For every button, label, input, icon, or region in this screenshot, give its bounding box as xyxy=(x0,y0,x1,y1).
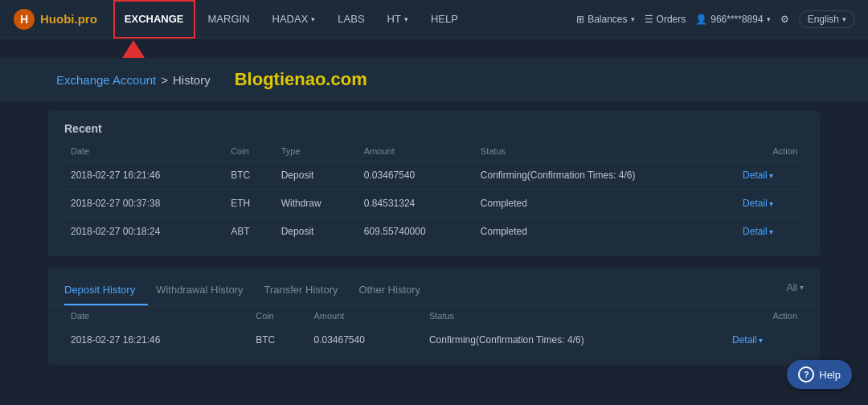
row1-action: Detail xyxy=(736,162,804,190)
col-amount: Amount xyxy=(358,141,474,162)
breadcrumb-current: History xyxy=(173,73,211,87)
arrow-annotation xyxy=(0,40,868,58)
breadcrumb-link[interactable]: Exchange Account xyxy=(56,73,156,87)
h-col-date: Date xyxy=(64,306,249,326)
nav-items: EXCHANGE MARGIN HADAX ▾ LABS HT ▾ HELP xyxy=(113,0,576,39)
row2-detail-link[interactable]: Detail xyxy=(743,198,797,209)
language-arrow: ▾ xyxy=(842,15,846,23)
h-row1-amount: 0.03467540 xyxy=(307,326,422,354)
all-filter-btn[interactable]: All xyxy=(787,282,804,301)
orders-btn[interactable]: ☰ Orders xyxy=(645,14,686,25)
row2-coin: ETH xyxy=(224,190,275,218)
nav-exchange[interactable]: EXCHANGE xyxy=(113,0,195,39)
row1-date: 2018-02-27 16:21:46 xyxy=(64,162,224,190)
row1-detail-link[interactable]: Detail xyxy=(743,170,797,181)
row3-date: 2018-02-27 00:18:24 xyxy=(64,218,224,246)
tab-transfer-history[interactable]: Transfer History xyxy=(264,277,351,305)
balances-icon: ⊞ xyxy=(576,14,584,25)
table-row: 2018-02-27 16:21:46 BTC 0.03467540 Confi… xyxy=(64,326,804,354)
balances-btn[interactable]: ⊞ Balances ▾ xyxy=(576,14,634,25)
row2-date: 2018-02-27 00:37:38 xyxy=(64,190,224,218)
tab-other-history[interactable]: Other History xyxy=(358,277,433,305)
recent-table-header-row: Date Coin Type Amount Status Action xyxy=(64,141,804,162)
help-button[interactable]: ? Help xyxy=(787,360,852,389)
row3-action: Detail xyxy=(736,218,804,246)
logo[interactable]: H Huobi.pro xyxy=(13,8,97,31)
row1-amount: 0.03467540 xyxy=(358,162,474,190)
row2-status: Completed xyxy=(474,190,736,218)
user-btn[interactable]: 👤 966****8894 ▾ xyxy=(695,14,770,25)
nav-help[interactable]: HELP xyxy=(421,0,468,39)
main-content: Recent Date Coin Type Amount Status Acti… xyxy=(0,101,868,374)
row1-coin: BTC xyxy=(224,162,275,190)
help-icon: ? xyxy=(798,366,814,382)
h-col-status: Status xyxy=(423,306,726,326)
svg-text:H: H xyxy=(20,13,28,26)
watermark-text: Blogtienao.com xyxy=(235,69,367,90)
nav-right: ⊞ Balances ▾ ☰ Orders 👤 966****8894 ▾ ⚙ … xyxy=(576,10,855,28)
h-row1-coin: BTC xyxy=(249,326,307,354)
settings-btn[interactable]: ⚙ xyxy=(780,14,789,25)
col-coin: Coin xyxy=(224,141,275,162)
breadcrumb-separator: > xyxy=(161,73,168,87)
navbar: H Huobi.pro EXCHANGE MARGIN HADAX ▾ LABS… xyxy=(0,0,868,39)
user-arrow: ▾ xyxy=(767,15,771,23)
recent-section: Recent Date Coin Type Amount Status Acti… xyxy=(48,111,820,256)
arrow-up-icon xyxy=(122,40,145,58)
row3-amount: 609.55740000 xyxy=(358,218,474,246)
history-table: Date Coin Amount Status Action 2018-02-2… xyxy=(64,306,804,354)
h-row1-status: Confirming(Confirmation Times: 4/6) xyxy=(423,326,726,354)
breadcrumb-area: Exchange Account > History Blogtienao.co… xyxy=(0,58,868,101)
h-row1-detail-link[interactable]: Detail xyxy=(732,334,797,346)
row3-status: Completed xyxy=(474,218,736,246)
row3-type: Deposit xyxy=(275,218,358,246)
row2-amount: 0.84531324 xyxy=(358,190,474,218)
table-row: 2018-02-27 00:37:38 ETH Withdraw 0.84531… xyxy=(64,190,804,218)
recent-table-container: Date Coin Type Amount Status Action 2018… xyxy=(48,141,820,256)
language-label: English xyxy=(808,14,839,25)
col-action: Action xyxy=(736,141,804,162)
h-col-coin: Coin xyxy=(249,306,307,326)
history-tabs: Deposit History Withdrawal History Trans… xyxy=(48,268,820,306)
orders-icon: ☰ xyxy=(645,14,653,25)
row3-detail-link[interactable]: Detail xyxy=(743,226,797,237)
balances-arrow: ▾ xyxy=(631,15,635,23)
history-table-container: Date Coin Amount Status Action 2018-02-2… xyxy=(48,306,820,365)
col-date: Date xyxy=(64,141,224,162)
nav-ht[interactable]: HT ▾ xyxy=(378,0,418,39)
h-row1-date: 2018-02-27 16:21:46 xyxy=(64,326,249,354)
nav-labs[interactable]: LABS xyxy=(328,0,374,39)
tab-deposit-history[interactable]: Deposit History xyxy=(64,277,148,305)
help-label: Help xyxy=(819,369,841,381)
h-col-action: Action xyxy=(726,306,804,326)
row1-type: Deposit xyxy=(275,162,358,190)
row2-type: Withdraw xyxy=(275,190,358,218)
nav-hadax[interactable]: HADAX ▾ xyxy=(263,0,326,39)
row1-status: Confirming(Confirmation Times: 4/6) xyxy=(474,162,736,190)
table-row: 2018-02-27 00:18:24 ABT Deposit 609.5574… xyxy=(64,218,804,246)
history-table-header-row: Date Coin Amount Status Action xyxy=(64,306,804,326)
h-row1-action: Detail xyxy=(726,326,804,354)
row3-coin: ABT xyxy=(224,218,275,246)
col-type: Type xyxy=(275,141,358,162)
recent-table: Date Coin Type Amount Status Action 2018… xyxy=(64,141,804,245)
nav-margin[interactable]: MARGIN xyxy=(199,0,260,39)
hadax-arrow-icon: ▾ xyxy=(311,15,315,23)
recent-title: Recent xyxy=(48,111,820,141)
table-row: 2018-02-27 16:21:46 BTC Deposit 0.034675… xyxy=(64,162,804,190)
row2-action: Detail xyxy=(736,190,804,218)
settings-icon: ⚙ xyxy=(780,14,789,25)
history-section: Deposit History Withdrawal History Trans… xyxy=(48,268,820,365)
logo-icon: H xyxy=(13,8,35,31)
logo-text: Huobi.pro xyxy=(40,12,97,26)
col-status: Status xyxy=(474,141,736,162)
user-icon: 👤 xyxy=(695,14,707,25)
h-col-amount: Amount xyxy=(307,306,422,326)
ht-arrow-icon: ▾ xyxy=(404,15,408,23)
tab-withdrawal-history[interactable]: Withdrawal History xyxy=(156,277,256,305)
language-selector[interactable]: English ▾ xyxy=(799,10,855,28)
